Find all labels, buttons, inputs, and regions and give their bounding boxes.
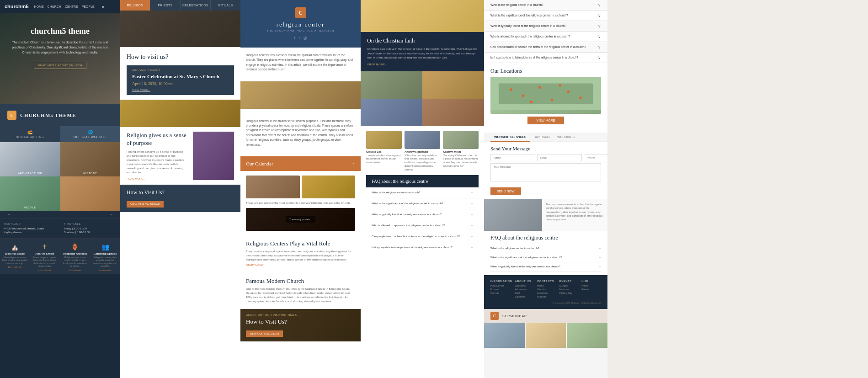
panel3-c-icon: C (295, 7, 306, 18)
tab-worship-services[interactable]: WORSHIP SERVICES (490, 133, 530, 142)
view-more-link[interactable]: VIEW MORE: (367, 63, 478, 66)
visit-calendar-button[interactable]: VIEW OUR CALENDAR (246, 330, 283, 337)
faq-bottom-item-1[interactable]: What is the religious center in a church… (490, 244, 601, 253)
faq-item-3[interactable]: What is typically found at the religious… (366, 209, 479, 220)
panel5-faq-item-6[interactable]: Is it appropriate to take pictures at th… (484, 53, 607, 63)
hamburger-icon[interactable]: ≡ (102, 4, 105, 9)
panel3-header-title: religion center (248, 21, 353, 28)
faq-toggle-icon: ∨ (598, 24, 601, 28)
panel-religion-center: C religion center THE STUDY AND PRACTICE… (240, 0, 361, 378)
faq-toggle-icon: ∨ (598, 45, 601, 49)
panel5-faq-item-2[interactable]: What is the significance of the religiou… (484, 11, 607, 21)
worship-read-more[interactable]: READ MORE (2, 266, 28, 268)
email-input[interactable] (537, 154, 582, 161)
tab-celebrations[interactable]: CELEBRATIONS (181, 0, 211, 11)
phone-input[interactable] (584, 154, 607, 161)
christian-faith-section: On the Christian faith Christians also b… (361, 32, 484, 71)
panel4-faq-header: FAQ about the religious centre (366, 175, 479, 187)
panel1-navbar: churchm5 HOME CHURCH CENTRE PEOPLE ≡ (0, 0, 120, 13)
instagram-icon[interactable]: ◎ (304, 36, 307, 40)
tab-priests[interactable]: PRIESTS (150, 0, 181, 11)
name-input[interactable] (490, 154, 535, 161)
faq-item-4[interactable]: Who is allowed to approach the religious… (366, 220, 479, 231)
testimonial-2-text: "Churches can vary widely in their belie… (405, 154, 440, 171)
right-arrow-icon[interactable]: → (109, 213, 113, 217)
faq-item-1[interactable]: What is the religious center in a church… (366, 187, 479, 198)
faq-bottom-plus-icon: + (599, 265, 601, 269)
faq-item-2[interactable]: What is the significance of the religiou… (366, 198, 479, 209)
artifacts-name: Religious Artifacts (62, 252, 88, 255)
panel1-image-grid: ARCHITECTURE HISTORY PEOPLE (0, 142, 120, 211)
faq-bottom-plus-icon: + (599, 256, 601, 260)
panel1-history-image: HISTORY (60, 142, 121, 176)
left-arrow-icon[interactable]: ← (7, 213, 11, 217)
worship-space-cell: ⛪ Worship Space Most religious centers h… (0, 239, 30, 274)
footer-col-info: INFORMATION Help Center Forums Our site (490, 280, 512, 299)
svg-rect-1 (499, 83, 593, 104)
message-textarea[interactable] (490, 163, 601, 181)
tab-rituals[interactable]: RITUALS (211, 0, 240, 11)
gallery-image-1 (246, 176, 300, 198)
event-view-more-link[interactable]: VIEW MORE... (132, 89, 229, 91)
nav-link-church[interactable]: CHURCH (48, 5, 61, 8)
panel1-theme-banner: C CHURCHM5 THEME (0, 104, 120, 126)
church-desc-text: The most common event in a church is the… (546, 202, 604, 221)
facebook-icon[interactable]: f (294, 36, 295, 40)
gathering-icon: 👥 (92, 243, 118, 251)
faq-toggle-icon: ∨ (598, 34, 601, 39)
religion-read-more[interactable]: READ MORE... (127, 177, 188, 180)
view-calendar-button[interactable]: VIEW OUR CALENDAR (127, 201, 164, 208)
twitter-icon[interactable]: t (299, 36, 300, 40)
broadcast-button[interactable]: 📻 BROADCASTING (0, 126, 60, 142)
visit-title: How to visit us? (127, 53, 234, 61)
panel4-img-3 (361, 99, 422, 126)
faq-item-6[interactable]: Is it appropriate to take pictures at th… (366, 242, 479, 253)
faq-bottom-item-3[interactable]: What is typically found at the religious… (490, 262, 601, 272)
panel3-famous-section: Famous Modern Church One of the most fam… (240, 272, 361, 309)
churchm5-c-icon: C (7, 111, 16, 120)
tab-religion[interactable]: RELIGION (120, 0, 150, 11)
panel-visit: RELIGION PRIESTS CELEBRATIONS RITUALS Ho… (120, 0, 240, 378)
view-more-locations-button[interactable]: VIEW MORE (527, 117, 564, 124)
panel5-faq-item-4[interactable]: Who is allowed to approach the religious… (484, 32, 607, 42)
altar-read-more[interactable]: READ MORE (32, 269, 58, 272)
panel3-social-icons: f t ◎ (248, 36, 353, 40)
panel1-hero-title: churchm5 theme (7, 27, 113, 36)
tab-weddings[interactable]: WEDDINGS (554, 133, 579, 142)
faq-bottom-item-2[interactable]: What is the significance of the religiou… (490, 253, 601, 262)
testimonial-1-image (366, 131, 402, 149)
panel3-body-text2: Religious centers in the church serve se… (246, 119, 355, 147)
panel5-faq-item-1[interactable]: What is the religious center in a church… (484, 0, 607, 11)
panel1-cta-button[interactable]: READ MORE ABOUT CHURCH (34, 62, 86, 69)
panel2-visit-section: How to visit us? UPCOMING EVENT: Easter … (120, 47, 240, 100)
tab-baptisms[interactable]: BAPTISMS (530, 133, 554, 142)
start-now-button[interactable]: START NOW!! (246, 264, 355, 266)
panel1-nav-links: HOME CHURCH CENTRE PEOPLE (34, 5, 95, 8)
gathering-read-more[interactable]: READ MORE (92, 269, 118, 272)
panel-christian-faith: On the Christian faith Christians also b… (361, 0, 484, 378)
panel3-calendar-bar[interactable]: Our Calendar → (240, 156, 361, 171)
panel1-maryland-info: MARYLAND 4433 Providenced Streets, South… (0, 219, 60, 238)
nav-link-people[interactable]: PEOPLE (82, 5, 95, 8)
faq-item-5[interactable]: Can people touch or handle the items at … (366, 231, 479, 242)
nav-link-centre[interactable]: CENTRE (65, 5, 78, 8)
christian-faith-title: On the Christian faith (367, 37, 478, 44)
svg-point-9 (559, 84, 561, 86)
send-message-button[interactable]: SEND NOW (490, 187, 521, 195)
panel5-faq-item-3[interactable]: What is typically found at the religious… (484, 21, 607, 32)
panel5-contact-form: Send Your Message SEND NOW (484, 142, 607, 199)
panel5-faq-item-5[interactable]: Can people touch or handle the items at … (484, 42, 607, 53)
panel2-event-banner: UPCOMING EVENT: Easter Celebration at St… (127, 65, 234, 95)
website-button[interactable]: 🌐 OFFICIAL WEBSITE (60, 126, 121, 142)
panel5-worship-tabs: WORSHIP SERVICES BAPTISMS WEDDINGS (484, 133, 607, 142)
testimonial-2-image (405, 131, 440, 149)
faq-bottom-title: FAQ about the religious centre (490, 234, 601, 241)
altar-shrine-desc: Many religious centers have an altar or … (32, 256, 58, 268)
faq-bottom-items: What is the religious center in a church… (490, 244, 601, 272)
artifacts-read-more[interactable]: READ MORE (62, 269, 88, 272)
panel5-locations: Our Locations VIEW MORE (484, 63, 607, 133)
testimonial-3-name: Kathryn Miller (443, 150, 479, 153)
nav-link-home[interactable]: HOME (34, 5, 44, 8)
footer-copyright: © Copyright 2030 Mobrise - All Rights Re… (490, 302, 601, 304)
testimonial-1: Claudia Lee ...continue to find meaning … (366, 131, 402, 171)
